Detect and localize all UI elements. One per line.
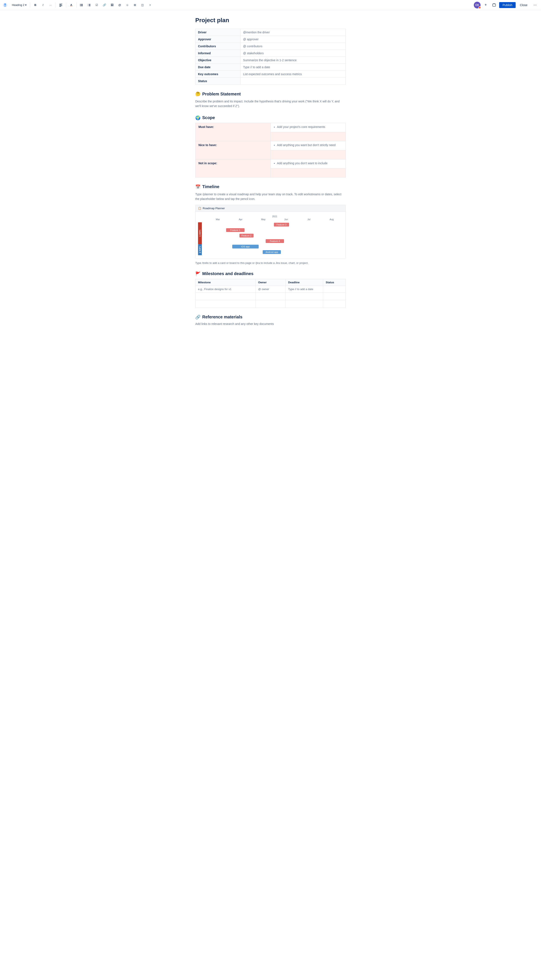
milestone-column-header: Status: [323, 279, 346, 286]
table-button[interactable]: ⊞: [131, 2, 138, 8]
italic-button[interactable]: I: [40, 2, 46, 8]
at-mention-button[interactable]: @: [116, 2, 123, 8]
svg-point-9: [80, 5, 81, 6]
milestone-cell: [195, 300, 255, 308]
avatar-initials: CK: [476, 3, 479, 6]
milestones-section: 🚩 Milestones and deadlines MilestoneOwne…: [195, 271, 346, 308]
roadmap-body: Lane 1Feature 3Feature 1Feature 2Feature…: [198, 222, 343, 255]
info-table-row: Status: [195, 78, 346, 85]
info-value: [241, 78, 346, 85]
svg-rect-2: [59, 5, 62, 5]
gantt-bar: Feature 1: [226, 228, 244, 232]
timeline-section: 📅 Timeline Type /planner to create a vis…: [195, 184, 346, 264]
divider-4: [76, 3, 77, 8]
timeline-hint: Type /trello to add a card or board to t…: [195, 261, 346, 264]
app-logo[interactable]: [3, 3, 8, 8]
page-content: Project plan Driver@mention the driverAp…: [190, 10, 351, 349]
info-value: Summarize the objective in 1-2 sentence: [241, 57, 346, 64]
milestone-row: [195, 293, 346, 300]
svg-rect-14: [89, 5, 91, 5]
link-button[interactable]: 🔗: [101, 2, 108, 8]
svg-text:3.: 3.: [88, 5, 88, 6]
info-table-row: ObjectiveSummarize the objective in 1-2 …: [195, 57, 346, 64]
more-format-button[interactable]: ···: [47, 2, 54, 8]
scope-row: Must have: Add your project's core requi…: [195, 123, 346, 132]
share-button[interactable]: [491, 2, 498, 8]
svg-rect-6: [81, 4, 83, 5]
scope-emoji: 🌍: [195, 115, 201, 120]
reference-emoji: 🔗: [195, 315, 201, 320]
numbered-list-button[interactable]: 1. 2. 3.: [86, 2, 93, 8]
gantt-track: Feature 3: [202, 222, 343, 227]
scope-item-empty: ·: [270, 150, 346, 159]
close-button[interactable]: Close: [517, 2, 530, 8]
emoji-button[interactable]: ☺: [124, 2, 131, 8]
gantt-track: Feature 4: [202, 239, 343, 243]
milestones-emoji: 🚩: [195, 271, 201, 276]
gantt-track: Feature 1: [202, 228, 343, 232]
timeline-desc: Type /planner to create a visual roadmap…: [195, 192, 346, 201]
info-table-row: Driver@mention the driver: [195, 29, 346, 36]
avatar[interactable]: CK: [474, 2, 480, 8]
milestones-heading: 🚩 Milestones and deadlines: [195, 271, 346, 276]
lane-label: Lane 2: [198, 244, 202, 255]
milestone-column-header: Deadline: [286, 279, 323, 286]
milestone-column-header: Owner: [255, 279, 286, 286]
chart-button[interactable]: ◫: [139, 2, 146, 8]
problem-emoji: 🤔: [195, 91, 201, 97]
bullet-list-button[interactable]: [78, 2, 85, 8]
milestone-cell: [286, 293, 323, 300]
toolbar-right: CK + Publish Close ···: [474, 2, 538, 8]
page-title: Project plan: [195, 17, 346, 24]
roadmap-month: Jun: [275, 218, 298, 221]
milestone-cell: [286, 300, 323, 308]
lane-label: Lane 1: [198, 222, 202, 244]
milestone-cell: [255, 300, 286, 308]
avatar-badge: [479, 6, 481, 9]
scope-section: 🌍 Scope Must have: Add your project's co…: [195, 115, 346, 178]
lane-tracks: Feature 3Feature 1Feature 2Feature 4: [202, 222, 343, 244]
milestone-cell: [323, 300, 346, 308]
gantt-track: Android app: [202, 250, 343, 255]
gantt-bar: Feature 4: [266, 239, 284, 243]
scope-item: Add anything you don't want to include: [270, 159, 346, 168]
overflow-menu-button[interactable]: ···: [532, 2, 538, 8]
heading-selector[interactable]: Heading 2 ▾: [10, 3, 28, 7]
scope-item-empty: ·: [270, 168, 346, 177]
milestone-column-header: Milestone: [195, 279, 255, 286]
roadmap-chart: 2021 MarAprMayJunJulAug Lane 1Feature 3F…: [195, 212, 346, 259]
roadmap-month: May: [252, 218, 275, 221]
publish-button[interactable]: Publish: [499, 2, 515, 8]
roadmap-months: MarAprMayJunJulAug: [206, 218, 343, 221]
insert-more-button[interactable]: +: [147, 2, 153, 8]
bold-button[interactable]: B: [32, 2, 39, 8]
divider-2: [56, 3, 56, 8]
toolbar: Heading 2 ▾ B I ··· A 1. 2. 3. ☑ 🔗: [0, 0, 541, 10]
scope-row: Nice to have: Add anything you want but …: [195, 141, 346, 150]
info-label: Contributors: [195, 43, 241, 50]
reference-desc: Add links to relevant research and any o…: [195, 322, 346, 326]
scope-row: Not in scope: Add anything you don't wan…: [195, 159, 346, 168]
milestone-cell: Type // to add a date: [286, 286, 323, 293]
scope-label: Nice to have:: [195, 141, 271, 159]
roadmap-month: Jul: [298, 218, 320, 221]
color-button[interactable]: A: [68, 2, 75, 8]
timeline-heading: 📅 Timeline: [195, 184, 346, 189]
add-collaborator-button[interactable]: +: [482, 2, 489, 8]
gantt-track: Feature 2: [202, 233, 343, 238]
gantt-bar: Feature 2: [239, 234, 254, 237]
image-button[interactable]: 🖼: [109, 2, 115, 8]
problem-statement-desc: Describe the problem and its impact. Inc…: [195, 99, 346, 108]
svg-point-7: [80, 5, 81, 5]
chevron-down-icon: ▾: [25, 3, 27, 6]
reference-section: 🔗 Reference materials Add links to relev…: [195, 315, 346, 326]
svg-rect-1: [59, 4, 62, 4]
lane-tracks: iOS appAndroid app: [202, 244, 343, 255]
checkbox-button[interactable]: ☑: [93, 2, 100, 8]
roadmap-container[interactable]: 📋 Roadmap Planner 2021 MarAprMayJunJulAu…: [195, 205, 346, 259]
milestone-row: e.g., Finalize designs for v1@ ownerType…: [195, 286, 346, 293]
align-button[interactable]: [57, 2, 64, 8]
roadmap-lane: Lane 1Feature 3Feature 1Feature 2Feature…: [198, 222, 343, 244]
color-icon: A: [70, 3, 72, 6]
milestone-cell: [323, 293, 346, 300]
